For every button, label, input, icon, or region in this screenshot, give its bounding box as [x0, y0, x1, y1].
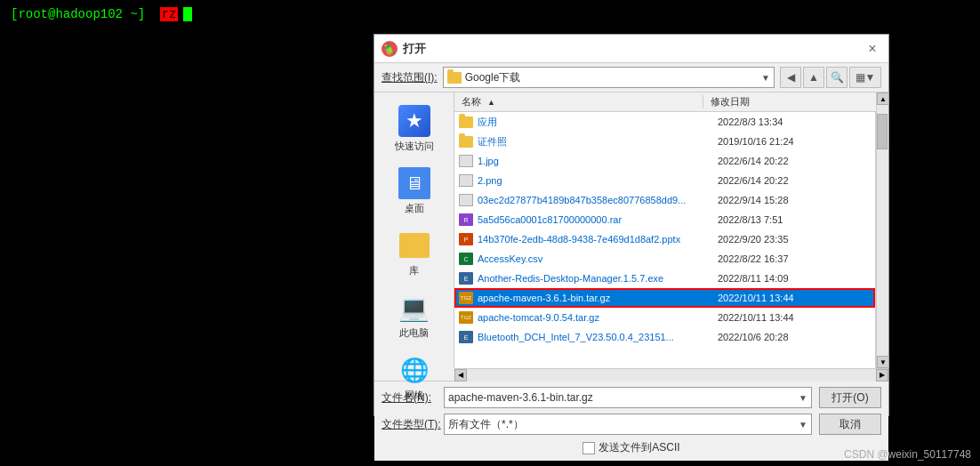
file-date: 2022/10/11 13:44 [711, 312, 872, 323]
computer-icon: 💻 [398, 293, 430, 323]
dialog-sidebar: ★ 快速访问 🖥 桌面 库 💻 [374, 92, 454, 368]
quick-access-icon: ★ [398, 105, 430, 137]
file-row[interactable]: TGZ apache-maven-3.6.1-bin.tar.gz 2022/1… [454, 288, 875, 308]
filename-value: apache-maven-3.6.1-bin.tar.gz [448, 391, 593, 404]
csv-icon: C [459, 253, 473, 265]
sidebar-label-quick-access: 快速访问 [395, 140, 434, 153]
file-name: 2.png [478, 175, 711, 186]
exe-icon: E [459, 331, 473, 343]
file-icon [458, 134, 474, 149]
horizontal-scrollbar[interactable]: ◀ ▶ [454, 368, 888, 381]
filetype-combo-arrow: ▼ [799, 420, 807, 430]
tgz-icon: TGZ [459, 311, 473, 324]
scroll-down-button[interactable]: ▼ [877, 356, 889, 368]
dialog-titlebar: 🦜 打开 × [374, 35, 888, 63]
file-row[interactable]: TGZ apache-tomcat-9.0.54.tar.gz 2022/10/… [454, 308, 875, 327]
file-row[interactable]: 03ec2d27877b4189b847b358ec80776858dd9...… [454, 190, 875, 210]
file-date: 2022/10/11 13:44 [711, 293, 872, 303]
nav-search-button[interactable]: 🔍 [826, 67, 847, 88]
file-row[interactable]: 2.png 2022/6/14 20:22 [454, 171, 875, 190]
dialog-close-button[interactable]: × [864, 40, 881, 58]
file-row[interactable]: E Bluetooth_DCH_Intel_7_V23.50.0.4_23151… [454, 327, 875, 347]
dialog-app-icon: 🦜 [382, 41, 398, 57]
sidebar-label-desktop: 桌面 [405, 202, 424, 215]
terminal-hash [149, 7, 156, 21]
sidebar-item-library[interactable]: 库 [379, 226, 450, 281]
col-header-name: 名称 ▲ [454, 95, 703, 108]
ascii-checkbox[interactable] [582, 442, 595, 454]
ascii-label: 发送文件到ASCII [598, 440, 679, 455]
scroll-up-button[interactable]: ▲ [877, 92, 889, 105]
pptx-icon: P [459, 233, 473, 245]
file-icon: E [458, 330, 474, 344]
file-icon: TGZ [458, 291, 474, 305]
nav-view-button[interactable]: ▦▼ [849, 67, 881, 88]
file-row[interactable]: 1.jpg 2022/6/14 20:22 [454, 151, 875, 171]
file-row[interactable]: 应用 2022/8/3 13:34 [454, 112, 875, 132]
file-icon: C [458, 252, 474, 266]
file-icon: TGZ [458, 310, 474, 325]
sidebar-item-desktop[interactable]: 🖥 桌面 [379, 164, 450, 219]
file-date: 2022/9/14 15:28 [711, 195, 872, 205]
file-date: 2022/10/6 20:28 [711, 332, 872, 342]
lib-folder-icon [399, 233, 430, 258]
folder-icon [459, 116, 473, 128]
exe-icon: E [459, 272, 473, 285]
scroll-track[interactable] [877, 105, 888, 356]
file-date: 2022/8/11 14:09 [711, 273, 872, 284]
this-pc-icon: 💻 [398, 292, 430, 324]
file-list[interactable]: 应用 2022/8/3 13:34 证件照 2019/10/16 21:24 1… [454, 112, 876, 368]
star-icon: ★ [406, 109, 423, 133]
filename-input[interactable]: apache-maven-3.6.1-bin.tar.gz ▼ [444, 387, 812, 408]
dialog-title: 打开 [403, 41, 864, 57]
open-file-dialog: 🦜 打开 × 查找范围(I): Google下载 ▼ ◀ ▲ 🔍 ▦▼ [374, 34, 889, 416]
vertical-scrollbar[interactable]: ▲ ▼ [876, 92, 888, 368]
file-row[interactable]: C AccessKey.csv 2022/8/22 16:37 [454, 249, 875, 269]
ascii-row: 发送文件到ASCII [382, 440, 881, 455]
nav-up-button[interactable]: ▲ [803, 67, 824, 88]
nav-back-button[interactable]: ◀ [780, 67, 801, 88]
cancel-button[interactable]: 取消 [819, 414, 881, 435]
sidebar-item-quick-access[interactable]: ★ 快速访问 [379, 101, 450, 157]
file-row[interactable]: R 5a5d56ca0001c81700000000.rar 2022/8/13… [454, 210, 875, 229]
file-name: 应用 [478, 116, 711, 129]
file-row[interactable]: E Another-Redis-Desktop-Manager.1.5.7.ex… [454, 269, 875, 288]
image-icon [459, 174, 473, 187]
filetype-input[interactable]: 所有文件（*.*） ▼ [444, 414, 812, 435]
file-name: apache-maven-3.6.1-bin.tar.gz [478, 293, 711, 303]
file-name: 03ec2d27877b4189b847b358ec80776858dd9... [478, 195, 711, 205]
network-globe-icon: 🌐 [400, 357, 429, 384]
combo-arrow-icon: ▼ [761, 73, 770, 83]
scroll-thumb[interactable] [877, 114, 888, 149]
sidebar-label-this-pc: 此电脑 [399, 326, 429, 340]
file-date: 2022/6/14 20:22 [711, 175, 872, 186]
rar-icon: R [459, 213, 473, 226]
folder-icon [447, 72, 462, 84]
file-icon: P [458, 232, 474, 246]
file-row[interactable]: P 14b370fe-2edb-48d8-9438-7e469d1d8af2.p… [454, 229, 875, 249]
col-header-date: 修改日期 [703, 95, 876, 108]
file-name: 证件照 [478, 135, 711, 149]
open-button[interactable]: 打开(O) [819, 387, 881, 408]
scroll-horiz-track [467, 369, 876, 382]
terminal-prompt: [root@hadoop102 ~] rz [11, 7, 969, 21]
location-label: 查找范围(I): [382, 70, 438, 85]
scroll-right-button[interactable]: ▶ [876, 369, 888, 382]
monitor-icon: 🖥 [406, 173, 423, 194]
terminal-command: rz [160, 7, 179, 21]
file-date: 2019/10/16 21:24 [711, 136, 872, 147]
location-combo[interactable]: Google下载 ▼ [443, 67, 775, 88]
file-row[interactable]: 证件照 2019/10/16 21:24 [454, 132, 875, 151]
library-icon [398, 229, 430, 261]
tgz-icon: TGZ [459, 292, 473, 304]
current-path: Google下载 [447, 70, 521, 85]
scroll-left-button[interactable]: ◀ [454, 369, 467, 382]
toolbar-nav-buttons: ◀ ▲ 🔍 ▦▼ [780, 67, 881, 88]
file-icon: E [458, 271, 474, 285]
filetype-row: 文件类型(T): 所有文件（*.*） ▼ 取消 [382, 414, 881, 435]
file-name: Bluetooth_DCH_Intel_7_V23.50.0.4_23151..… [478, 332, 711, 342]
file-date: 2022/9/20 23:35 [711, 234, 872, 245]
image-icon [459, 194, 473, 206]
sidebar-item-this-pc[interactable]: 💻 此电脑 [379, 288, 450, 343]
network-icon: 🌐 [398, 354, 430, 386]
